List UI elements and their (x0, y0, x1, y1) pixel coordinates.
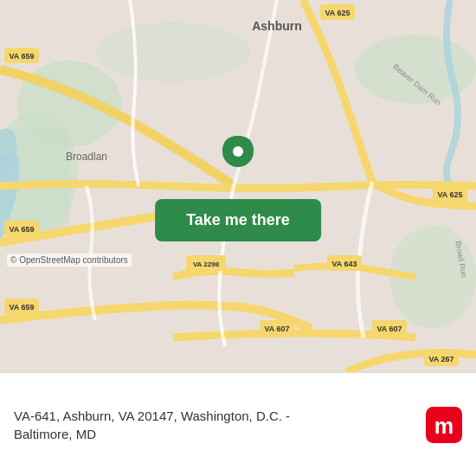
svg-text:VA 607: VA 607 (264, 325, 289, 333)
svg-text:VA 2298: VA 2298 (193, 261, 220, 268)
map-copyright: © OpenStreetMap contributors (7, 254, 132, 267)
take-me-there-button[interactable]: Take me there (155, 199, 321, 241)
svg-text:VA 625: VA 625 (437, 190, 462, 199)
svg-text:VA 625: VA 625 (325, 9, 350, 17)
moovit-logo: m (426, 407, 462, 443)
bottom-panel: VA-641, Ashburn, VA 20147, Washington, D… (0, 372, 476, 476)
svg-point-33 (233, 146, 243, 157)
svg-text:VA 267: VA 267 (428, 355, 453, 363)
svg-text:Broadlan: Broadlan (66, 151, 107, 163)
svg-point-6 (95, 22, 251, 82)
address-text: VA-641, Ashburn, VA 20147, Washington, D… (14, 407, 415, 443)
svg-text:VA 659: VA 659 (9, 52, 34, 61)
svg-text:VA 607: VA 607 (376, 325, 402, 333)
svg-text:m: m (434, 413, 453, 437)
location-pin (221, 134, 255, 181)
svg-text:VA 659: VA 659 (9, 303, 34, 312)
svg-text:VA 659: VA 659 (9, 225, 34, 234)
svg-text:Ashburn: Ashburn (252, 19, 302, 33)
address-section: VA-641, Ashburn, VA 20147, Washington, D… (14, 407, 415, 443)
map-container: VA 659 VA 659 VA 659 VA 625 VA 625 VA 22… (0, 0, 476, 372)
svg-text:VA 643: VA 643 (331, 260, 357, 268)
